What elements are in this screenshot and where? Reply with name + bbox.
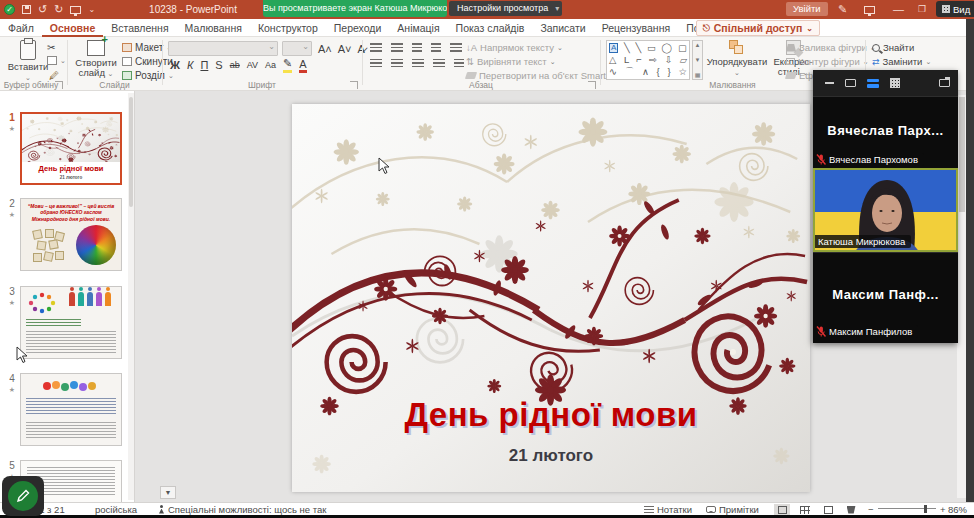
ribbon-display-icon[interactable] (864, 0, 875, 19)
document-scrollbar[interactable] (957, 95, 966, 498)
reading-view-button[interactable] (820, 504, 836, 516)
zoom-view-menu-button[interactable]: Вид (936, 1, 974, 17)
customize-qat-icon[interactable]: ⌄ (88, 6, 95, 14)
tab-draw[interactable]: Малювання (177, 19, 250, 37)
align-center-button[interactable] (391, 59, 403, 68)
strikethrough-button[interactable]: ab (230, 60, 240, 70)
tab-transitions[interactable]: Переходи (326, 19, 390, 37)
speaker-view-icon[interactable] (845, 79, 856, 87)
increase-indent-button[interactable] (431, 43, 441, 52)
ribbon-tab-row: Файл Основне Вставлення Малювання Констр… (0, 19, 974, 37)
inking-icon[interactable]: ✎ (838, 0, 847, 19)
font-color-button[interactable]: А (299, 58, 306, 73)
shapes-gallery[interactable]: A ╲╲ ▭◯▢ △ᒪ⌐ ⇨⇩▱ ∿⌒∧ {}☆ (606, 40, 690, 80)
slide-thumbnail-3[interactable] (20, 286, 122, 359)
layout-button[interactable]: Макет⌄ (122, 42, 172, 53)
zoom-slider-knob[interactable] (924, 505, 927, 513)
slide2-number: 2 (6, 198, 18, 209)
paragraph-dialog-launcher[interactable] (588, 81, 596, 89)
participant-tile-2-video[interactable]: Катюша Микрюкова (813, 168, 958, 252)
slide-canvas[interactable]: День рідної мови 21 лютого (292, 104, 810, 492)
participant-label: Вячеслав Пархомов (813, 153, 924, 166)
align-text-button[interactable]: ⇅Вирівняти текст⌄ (466, 56, 556, 67)
redo-icon[interactable]: ↻ (54, 4, 63, 15)
participant-tile-1[interactable]: Вячеслав Парх... Вячеслав Пархомов (813, 96, 958, 168)
normal-view-button[interactable] (774, 504, 790, 516)
copy-button[interactable]: ⌄ (47, 56, 66, 65)
text-placeholder (26, 319, 81, 327)
tab-file[interactable]: Файл (0, 19, 42, 37)
annotation-widget[interactable] (2, 476, 44, 516)
restore-icon[interactable]: ❐ (918, 0, 926, 19)
thumbnails-scrollbar[interactable] (128, 93, 134, 500)
reset-button[interactable]: Скинути (122, 56, 173, 67)
tab-slideshow[interactable]: Показ слайдів (448, 19, 533, 37)
start-presentation-icon[interactable] (70, 6, 81, 14)
sign-in-button[interactable]: Увійти (786, 2, 828, 16)
font-dialog-launcher[interactable] (350, 81, 358, 89)
clipboard-dialog-launcher[interactable] (55, 81, 63, 89)
minimize-icon[interactable]: — (893, 0, 904, 19)
tab-record[interactable]: Записати (532, 19, 593, 37)
font-name-combo[interactable] (168, 41, 278, 56)
participant-label: Максим Панфилов (813, 325, 918, 338)
view-settings-dropdown[interactable]: Настройки просмотра (449, 1, 562, 16)
tab-animations[interactable]: Анімація (389, 19, 447, 37)
arrange-button[interactable]: Упорядкувати⌄ (706, 40, 768, 77)
columns-button[interactable] (454, 59, 464, 68)
align-left-button[interactable] (370, 59, 382, 68)
app-window: ✓ ↺ ↻ ⌄ 10238 - PowerPoint Вы просматрив… (0, 0, 974, 518)
autosave-icon[interactable]: ✓ (4, 4, 15, 15)
shape-fill-button[interactable]: Заливка фігури⌄ (786, 42, 876, 53)
shrink-font-button[interactable]: A˅ (338, 43, 352, 55)
justify-button[interactable] (433, 59, 445, 68)
undo-icon[interactable]: ↺ (38, 4, 47, 15)
font-size-combo[interactable] (282, 41, 312, 56)
slideshow-view-button[interactable] (843, 504, 859, 516)
share-button[interactable]: ⎋ Спільний доступ ⌄ (696, 20, 820, 36)
tab-review[interactable]: Рецензування (594, 19, 678, 37)
replace-button[interactable]: ⇄Замінити⌄ (872, 56, 931, 67)
align-right-button[interactable] (412, 59, 424, 68)
grid-view-icon[interactable] (890, 78, 900, 88)
save-icon[interactable] (22, 5, 31, 14)
text-direction-button[interactable]: ↓AНапрямок тексту⌄ (466, 42, 563, 53)
participant-tile-3[interactable]: Максим Панф... Максим Панфилов (813, 252, 958, 343)
line-spacing-button[interactable] (450, 43, 462, 52)
tab-design[interactable]: Конструктор (250, 19, 326, 37)
pane-collapse-button[interactable]: ▼ (160, 486, 176, 499)
find-button[interactable]: Знайти (872, 42, 914, 53)
colorful-letters-image (41, 378, 101, 392)
underline-button[interactable]: П (200, 59, 208, 71)
tab-home[interactable]: Основне (42, 19, 103, 37)
slide-thumbnail-1[interactable]: День рідної мови 21 лютого (20, 112, 122, 185)
minimize-video-icon[interactable] (825, 82, 834, 84)
character-spacing-button[interactable]: AV (247, 60, 258, 70)
slide-subtitle[interactable]: 21 лютого (292, 446, 810, 466)
slide-sorter-view-button[interactable] (797, 504, 813, 516)
bold-button[interactable]: Ж (170, 59, 180, 71)
grow-font-button[interactable]: A˄ (318, 43, 332, 55)
tab-insert[interactable]: Вставлення (103, 19, 176, 37)
bullets-button[interactable] (370, 43, 382, 52)
italic-button[interactable]: К (187, 59, 193, 71)
text-shadow-button[interactable]: S (215, 59, 222, 71)
cut-button[interactable]: ✂ (47, 42, 55, 53)
text-box-shape-icon[interactable]: A (609, 43, 618, 53)
new-slide-button[interactable]: Створитислайд ⌄ (72, 40, 120, 79)
slide-thumbnail-4[interactable] (20, 373, 122, 446)
popout-icon[interactable] (939, 79, 950, 87)
change-case-button[interactable]: Aa (265, 60, 276, 70)
slide1-animation-star: ★ (6, 125, 18, 133)
people-circle-image (27, 290, 57, 316)
shape-outline-button[interactable]: Контур фігури⌄ (786, 56, 869, 67)
decrease-indent-button[interactable] (412, 43, 422, 52)
numbering-button[interactable] (391, 43, 403, 52)
shapes-scroll-buttons[interactable]: ▲▼▦ (692, 40, 703, 80)
highlight-color-button[interactable]: ✎ (283, 57, 292, 73)
paste-button[interactable]: Вставити⌄ (6, 40, 50, 82)
slide-title[interactable]: День рідної мови (292, 396, 810, 434)
slide-thumbnail-2[interactable]: “Мови – це важливо!” – цей вислів обрано… (20, 198, 122, 271)
gallery-view-icon[interactable] (867, 79, 879, 88)
slide4-number: 4 (6, 373, 18, 384)
